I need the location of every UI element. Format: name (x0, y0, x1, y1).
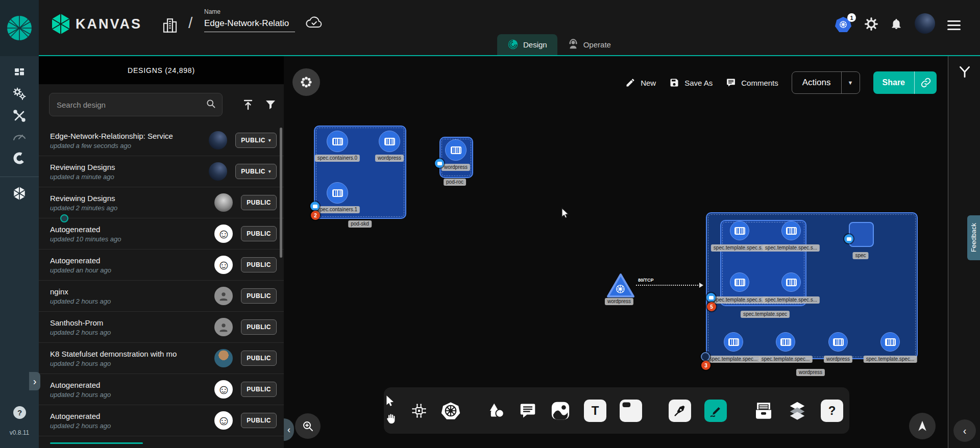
freehand-draw-tool[interactable] (704, 400, 727, 422)
pod-status-badge[interactable] (706, 293, 716, 302)
sidebar-expand-button[interactable]: › (29, 372, 40, 390)
sidebar-item-configuration[interactable] (12, 109, 27, 123)
pod-status-badge[interactable] (310, 202, 320, 211)
design-search-box[interactable] (49, 93, 223, 116)
drawer-tool[interactable] (753, 401, 774, 421)
pod-status-badge[interactable] (435, 159, 444, 168)
design-list-item[interactable]: Autogeneratedupdated 2 hours ago ☺ PUBLI… (39, 374, 284, 405)
user-avatar[interactable] (915, 13, 935, 34)
visibility-chip[interactable]: PUBLIC (241, 413, 277, 428)
node-container[interactable] (327, 182, 348, 204)
node-container[interactable] (730, 221, 749, 240)
note-tool[interactable] (620, 400, 642, 422)
organization-icon[interactable] (161, 15, 179, 38)
kubernetes-context-switcher[interactable]: 1 (835, 17, 852, 33)
sidebar-item-extensions[interactable] (12, 151, 27, 165)
node-container[interactable] (724, 332, 743, 352)
design-list-item[interactable]: Santhosh-Promupdated 2 hours ago PUBLIC (39, 312, 284, 343)
help-button[interactable]: ? (13, 406, 26, 419)
copy-link-button[interactable] (914, 71, 937, 94)
design-list-item[interactable]: Edge-Network-Relationship: Serviceupdate… (39, 125, 284, 156)
filter-icon[interactable] (264, 98, 277, 113)
design-canvas[interactable]: New Save As Comments Actions ▼ Share (284, 56, 948, 448)
settings-gear-icon[interactable] (865, 17, 878, 33)
upload-design-icon[interactable] (242, 98, 254, 113)
design-search-input[interactable] (57, 101, 206, 109)
select-tool[interactable] (384, 394, 397, 410)
pod-status-badge[interactable] (844, 234, 853, 243)
feedback-tab[interactable]: Feedback (967, 215, 980, 260)
design-list-item[interactable]: Autogeneratedupdated an hour ago ☺ PUBLI… (39, 250, 284, 281)
error-count-badge[interactable]: 2 (311, 211, 320, 220)
node-container[interactable] (379, 131, 400, 152)
visibility-chip[interactable]: PUBLIC (241, 226, 277, 241)
help-tool[interactable]: ? (821, 400, 843, 422)
visibility-chip[interactable]: PUBLIC (241, 257, 277, 272)
new-design-button[interactable]: New (625, 78, 656, 88)
node-label: wordpress (824, 356, 852, 363)
actions-button[interactable]: Actions (792, 72, 841, 93)
breadcrumb-separator: / (188, 14, 192, 32)
design-list-item[interactable]: Autogeneratedupdated 10 minutes ago ☺ PU… (39, 218, 284, 250)
node-container[interactable] (781, 272, 801, 292)
design-list-item[interactable]: Autogeneratedupdated 2 hours ago ☺ PUBLI… (39, 405, 284, 436)
error-count-badge[interactable]: 3 (701, 361, 710, 370)
components-tool[interactable] (410, 402, 428, 419)
visibility-chip[interactable]: PUBLIC▾ (235, 164, 277, 179)
app-logo-mark[interactable] (0, 0, 39, 56)
comment-tool[interactable] (519, 402, 537, 420)
menu-hamburger-icon[interactable] (947, 20, 961, 30)
version-merge-icon[interactable] (957, 64, 972, 82)
zoom-button[interactable] (295, 413, 321, 439)
node-container[interactable] (828, 332, 848, 352)
design-list-item[interactable]: Reviewing Designsupdated a minute ago PU… (39, 156, 284, 187)
panel-collapse-handle[interactable]: ‹ (284, 418, 294, 441)
actions-dropdown-toggle[interactable]: ▼ (841, 72, 860, 93)
node-spec[interactable] (849, 222, 874, 247)
node-container[interactable] (445, 139, 467, 161)
image-tool[interactable] (550, 401, 571, 421)
text-tool[interactable]: T (584, 400, 606, 422)
pen-tool[interactable] (669, 400, 691, 422)
layers-tool[interactable] (787, 401, 807, 421)
tab-design[interactable]: Design (497, 34, 557, 55)
tab-operate-label: Operate (583, 40, 611, 49)
node-container[interactable] (776, 332, 795, 352)
share-button[interactable]: Share (873, 71, 914, 94)
collapse-right-button[interactable]: ‹ (953, 419, 976, 442)
pan-tool[interactable] (384, 413, 397, 427)
shapes-tool[interactable] (487, 402, 505, 420)
error-count-badge[interactable]: 5 (707, 302, 716, 311)
design-name-input[interactable] (204, 17, 295, 32)
notifications-bell-icon[interactable] (890, 17, 902, 33)
node-container[interactable] (730, 272, 749, 292)
visibility-chip[interactable]: PUBLIC (241, 319, 277, 335)
kubernetes-tool[interactable] (441, 401, 460, 420)
share-split-button: Share (873, 71, 937, 94)
node-container[interactable] (880, 332, 900, 352)
node-container[interactable] (781, 221, 801, 240)
sidebar-item-dashboard[interactable] (12, 65, 27, 80)
visibility-chip[interactable]: PUBLIC (241, 195, 277, 210)
sidebar-item-lifecycle[interactable] (12, 87, 27, 101)
node-service-wordpress[interactable] (605, 272, 636, 300)
visibility-chip[interactable]: PUBLIC▾ (235, 133, 277, 148)
sidebar-item-kanvas[interactable] (12, 186, 27, 201)
save-as-button[interactable]: Save As (669, 78, 713, 88)
canvas-dock-toggle-button[interactable] (292, 68, 320, 96)
kanvas-brand[interactable]: KANVAS (51, 13, 142, 35)
design-list-item[interactable]: Reviewing Designsupdated 2 minutes ago P… (39, 187, 284, 218)
node-container[interactable] (327, 131, 348, 152)
tab-operate[interactable]: Operate (557, 34, 621, 55)
comments-button[interactable]: Comments (726, 78, 778, 88)
visibility-chip[interactable]: PUBLIC (241, 382, 277, 397)
kubernetes-resource-badge[interactable] (701, 352, 710, 361)
design-list-item[interactable]: nginxupdated 2 hours ago PUBLIC (39, 281, 284, 312)
design-list-item[interactable]: K8 Statefulset demonstration with moupda… (39, 343, 284, 374)
search-icon[interactable] (206, 98, 216, 111)
visibility-chip[interactable]: PUBLIC (241, 351, 277, 366)
visibility-chip[interactable]: PUBLIC (241, 288, 277, 304)
deploy-button[interactable] (909, 413, 936, 439)
sidebar-item-performance[interactable] (12, 129, 27, 143)
list-scrollbar-thumb[interactable] (280, 128, 282, 258)
